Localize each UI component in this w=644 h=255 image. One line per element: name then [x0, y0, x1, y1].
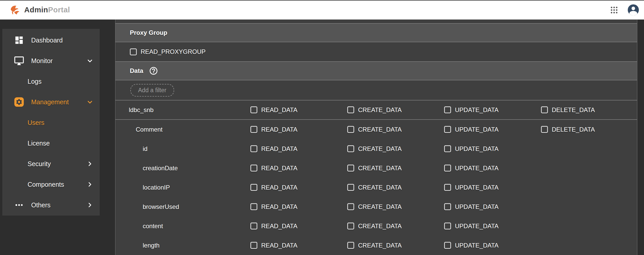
- checkbox-icon[interactable]: [541, 126, 548, 133]
- row-name: locationIP: [143, 184, 170, 191]
- sidebar-item-security[interactable]: Security: [2, 154, 100, 174]
- monitor-icon: [14, 56, 24, 66]
- checkbox-icon[interactable]: [347, 145, 354, 152]
- permission-checkbox-cell[interactable]: READ_DATA: [250, 184, 297, 191]
- permission-checkbox-cell[interactable]: CREATE_DATA: [347, 184, 402, 191]
- help-icon[interactable]: [149, 66, 158, 75]
- chevron-right-icon: [86, 160, 94, 167]
- permission-checkbox-cell[interactable]: READ_DATA: [250, 203, 297, 210]
- permission-label: CREATE_DATA: [358, 223, 402, 230]
- sidebar-item-dashboard[interactable]: Dashboard: [2, 30, 100, 50]
- sidebar-item-label: Logs: [28, 78, 41, 85]
- permission-label: READ_DATA: [261, 106, 297, 114]
- sidebar-item-others[interactable]: Others: [2, 195, 100, 215]
- checkbox-icon[interactable]: [250, 184, 257, 191]
- permission-label: READ_DATA: [261, 223, 297, 230]
- permission-checkbox-cell[interactable]: UPDATE_DATA: [444, 145, 498, 152]
- filter-row: Add a filter: [115, 80, 637, 100]
- checkbox-icon[interactable]: [250, 106, 257, 113]
- sidebar-item-users[interactable]: Users: [2, 112, 100, 133]
- checkbox-icon[interactable]: [444, 203, 451, 210]
- sidebar-item-license[interactable]: License: [2, 133, 100, 154]
- proxygroup-permission-row: READ_PROXYGROUP: [115, 42, 637, 62]
- sidebar-item-components[interactable]: Components: [2, 174, 100, 195]
- scrolled-row-stub: [115, 20, 637, 24]
- checkbox-icon[interactable]: [347, 106, 354, 113]
- checkbox-icon[interactable]: [250, 145, 257, 152]
- permission-label: UPDATE_DATA: [455, 242, 498, 249]
- row-name: Comment: [136, 126, 163, 133]
- permission-checkbox-cell[interactable]: UPDATE_DATA: [444, 203, 498, 210]
- permission-checkbox-cell[interactable]: READ_DATA: [250, 165, 297, 172]
- table-row: browserUsed READ_DATACREATE_DATAUPDATE_D…: [115, 197, 637, 216]
- sidebar-item-label: Management: [31, 98, 69, 106]
- permission-checkbox-cell[interactable]: DELETE_DATA: [541, 126, 595, 133]
- add-filter-chip[interactable]: Add a filter: [130, 84, 174, 97]
- permission-checkbox-cell[interactable]: CREATE_DATA: [347, 126, 402, 133]
- permission-checkbox-cell[interactable]: CREATE_DATA: [347, 145, 402, 152]
- permission-label: CREATE_DATA: [358, 145, 402, 152]
- checkbox-icon[interactable]: [444, 242, 451, 249]
- permission-label: UPDATE_DATA: [455, 165, 498, 172]
- permission-label: READ_DATA: [261, 203, 297, 210]
- permission-checkbox-cell[interactable]: UPDATE_DATA: [444, 223, 498, 230]
- checkbox-icon[interactable]: [347, 242, 354, 249]
- apps-grid-icon[interactable]: [610, 6, 618, 14]
- permission-checkbox-cell[interactable]: UPDATE_DATA: [444, 165, 498, 172]
- checkbox-icon[interactable]: [347, 203, 354, 210]
- permission-checkbox-cell[interactable]: READ_DATA: [250, 242, 297, 249]
- checkbox-icon[interactable]: [444, 145, 451, 152]
- checkbox-icon[interactable]: [444, 126, 451, 133]
- table-row: id READ_DATACREATE_DATAUPDATE_DATA: [115, 139, 637, 158]
- checkbox-icon[interactable]: [250, 242, 257, 249]
- sidebar-item-management[interactable]: Management: [2, 92, 100, 112]
- user-avatar[interactable]: [627, 4, 639, 16]
- sidebar-item-logs[interactable]: Logs: [2, 71, 100, 92]
- permission-label: UPDATE_DATA: [455, 145, 498, 152]
- section-header-data: Data: [115, 62, 637, 80]
- sidebar-item-monitor[interactable]: Monitor: [2, 50, 100, 71]
- checkbox-icon[interactable]: [250, 165, 257, 172]
- permission-label: DELETE_DATA: [552, 106, 595, 114]
- permission-checkbox-cell[interactable]: CREATE_DATA: [347, 106, 402, 114]
- permission-checkbox-cell[interactable]: READ_DATA: [250, 106, 297, 114]
- permission-checkbox-cell[interactable]: READ_DATA: [250, 126, 297, 133]
- permission-label: READ_DATA: [261, 165, 297, 172]
- checkbox-icon[interactable]: [444, 165, 451, 172]
- checkbox-icon[interactable]: [347, 126, 354, 133]
- permission-checkbox-cell[interactable]: UPDATE_DATA: [444, 184, 498, 191]
- row-name: browserUsed: [143, 203, 179, 210]
- permission-checkbox-cell[interactable]: CREATE_DATA: [347, 203, 402, 210]
- checkbox-icon[interactable]: [250, 203, 257, 210]
- permission-checkbox-cell[interactable]: READ_DATA: [250, 223, 297, 230]
- checkbox-icon[interactable]: [250, 223, 257, 230]
- permission-checkbox-cell[interactable]: CREATE_DATA: [347, 165, 402, 172]
- permission-checkbox-cell[interactable]: UPDATE_DATA: [444, 242, 498, 249]
- permission-checkbox-cell[interactable]: READ_DATA: [250, 145, 297, 152]
- sidebar-item-label: Components: [28, 181, 64, 188]
- checkbox-icon[interactable]: [444, 106, 451, 113]
- permission-checkbox-cell[interactable]: CREATE_DATA: [347, 223, 402, 230]
- sidebar-item-label: License: [28, 140, 50, 147]
- permission-checkbox-cell[interactable]: DELETE_DATA: [541, 106, 595, 114]
- checkbox-icon[interactable]: [541, 106, 548, 113]
- checkbox-icon[interactable]: [347, 184, 354, 191]
- permission-label: READ_DATA: [261, 184, 297, 191]
- checkbox-icon[interactable]: [347, 223, 354, 230]
- sidebar-item-label: Dashboard: [31, 37, 63, 44]
- checkbox-icon[interactable]: [444, 184, 451, 191]
- row-name: length: [143, 242, 159, 249]
- permission-checkbox-cell[interactable]: CREATE_DATA: [347, 242, 402, 249]
- permission-label: CREATE_DATA: [358, 242, 402, 249]
- permission-checkbox-cell[interactable]: UPDATE_DATA: [444, 126, 498, 133]
- permission-checkbox-cell[interactable]: UPDATE_DATA: [444, 106, 498, 114]
- checkbox-icon[interactable]: [130, 48, 137, 55]
- permissions-table: ldbc_snb READ_DATACREATE_DATAUPDATE_DATA…: [115, 100, 637, 255]
- section-title: Proxy Group: [130, 29, 167, 36]
- checkbox-icon[interactable]: [250, 126, 257, 133]
- checkbox-icon[interactable]: [347, 165, 354, 172]
- permission-label: READ_DATA: [261, 242, 297, 249]
- permission-label: CREATE_DATA: [358, 184, 402, 191]
- dots-icon: [14, 200, 24, 210]
- checkbox-icon[interactable]: [444, 223, 451, 230]
